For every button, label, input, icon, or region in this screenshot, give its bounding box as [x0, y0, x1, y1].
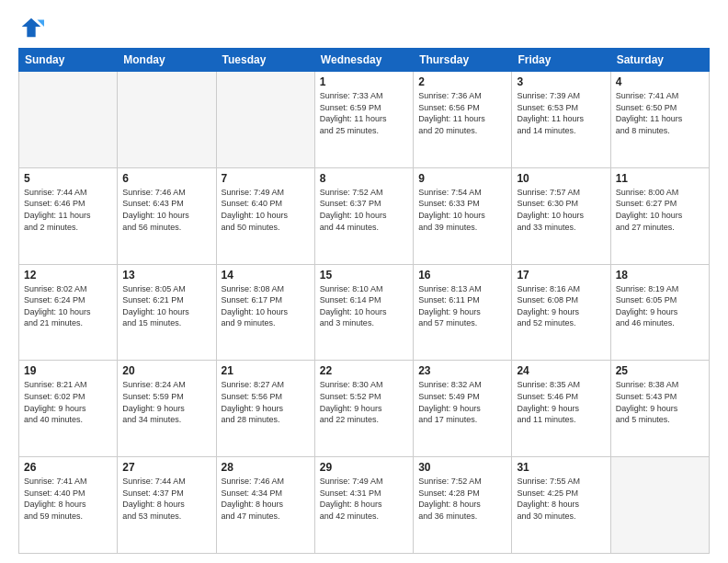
calendar-cell: 19Sunrise: 8:21 AM Sunset: 6:02 PM Dayli… [19, 361, 118, 457]
calendar-cell: 28Sunrise: 7:46 AM Sunset: 4:34 PM Dayli… [216, 457, 314, 554]
day-info: Sunrise: 8:19 AM Sunset: 6:05 PM Dayligh… [616, 283, 704, 329]
calendar-cell: 13Sunrise: 8:05 AM Sunset: 6:21 PM Dayli… [118, 264, 216, 361]
day-number: 21 [222, 364, 310, 377]
calendar-cell: 10Sunrise: 7:57 AM Sunset: 6:30 PM Dayli… [512, 167, 610, 264]
calendar-cell [610, 457, 709, 554]
day-info: Sunrise: 7:57 AM Sunset: 6:30 PM Dayligh… [517, 187, 605, 233]
header [18, 15, 710, 40]
calendar-cell: 31Sunrise: 7:55 AM Sunset: 4:25 PM Dayli… [512, 457, 610, 554]
calendar-cell: 11Sunrise: 8:00 AM Sunset: 6:27 PM Dayli… [610, 167, 709, 264]
day-info: Sunrise: 8:35 AM Sunset: 5:46 PM Dayligh… [517, 379, 605, 425]
calendar-cell [19, 72, 118, 168]
day-info: Sunrise: 8:27 AM Sunset: 5:56 PM Dayligh… [222, 379, 310, 425]
day-info: Sunrise: 8:00 AM Sunset: 6:27 PM Dayligh… [616, 187, 704, 233]
day-info: Sunrise: 8:24 AM Sunset: 5:59 PM Dayligh… [122, 379, 210, 425]
calendar-cell: 24Sunrise: 8:35 AM Sunset: 5:46 PM Dayli… [512, 361, 610, 457]
day-number: 13 [122, 269, 210, 282]
day-number: 7 [222, 172, 310, 185]
logo-area [18, 15, 46, 40]
calendar-cell: 5Sunrise: 7:44 AM Sunset: 6:46 PM Daylig… [19, 167, 118, 264]
calendar-cell: 16Sunrise: 8:13 AM Sunset: 6:11 PM Dayli… [414, 264, 512, 361]
calendar-cell: 3Sunrise: 7:39 AM Sunset: 6:53 PM Daylig… [512, 72, 610, 168]
calendar-week-2: 12Sunrise: 8:02 AM Sunset: 6:24 PM Dayli… [19, 264, 710, 361]
day-number: 8 [320, 172, 408, 185]
day-info: Sunrise: 7:36 AM Sunset: 6:56 PM Dayligh… [418, 90, 506, 136]
day-info: Sunrise: 8:13 AM Sunset: 6:11 PM Dayligh… [418, 283, 506, 329]
day-info: Sunrise: 7:41 AM Sunset: 4:40 PM Dayligh… [24, 476, 112, 522]
day-number: 18 [616, 269, 704, 282]
day-header-monday: Monday [118, 49, 216, 72]
day-number: 22 [320, 364, 408, 377]
calendar-cell: 8Sunrise: 7:52 AM Sunset: 6:37 PM Daylig… [314, 167, 413, 264]
day-info: Sunrise: 8:05 AM Sunset: 6:21 PM Dayligh… [122, 283, 210, 329]
day-info: Sunrise: 7:33 AM Sunset: 6:59 PM Dayligh… [320, 90, 408, 136]
day-info: Sunrise: 7:49 AM Sunset: 6:40 PM Dayligh… [222, 187, 310, 233]
day-header-thursday: Thursday [414, 49, 512, 72]
day-info: Sunrise: 7:49 AM Sunset: 4:31 PM Dayligh… [320, 476, 408, 522]
calendar-cell: 21Sunrise: 8:27 AM Sunset: 5:56 PM Dayli… [216, 361, 314, 457]
day-header-saturday: Saturday [610, 49, 709, 72]
day-info: Sunrise: 7:39 AM Sunset: 6:53 PM Dayligh… [517, 90, 605, 136]
calendar-week-3: 19Sunrise: 8:21 AM Sunset: 6:02 PM Dayli… [19, 361, 710, 457]
calendar-cell: 7Sunrise: 7:49 AM Sunset: 6:40 PM Daylig… [216, 167, 314, 264]
day-number: 6 [122, 172, 210, 185]
day-header-sunday: Sunday [19, 49, 118, 72]
calendar-cell [216, 72, 314, 168]
day-info: Sunrise: 7:52 AM Sunset: 6:37 PM Dayligh… [320, 187, 408, 233]
day-number: 24 [517, 364, 605, 377]
calendar-cell: 15Sunrise: 8:10 AM Sunset: 6:14 PM Dayli… [314, 264, 413, 361]
page: SundayMondayTuesdayWednesdayThursdayFrid… [0, 0, 728, 563]
day-number: 3 [517, 75, 605, 88]
day-number: 5 [24, 172, 112, 185]
day-number: 30 [418, 461, 506, 474]
calendar-cell: 6Sunrise: 7:46 AM Sunset: 6:43 PM Daylig… [118, 167, 216, 264]
calendar-cell: 17Sunrise: 8:16 AM Sunset: 6:08 PM Dayli… [512, 264, 610, 361]
day-info: Sunrise: 8:21 AM Sunset: 6:02 PM Dayligh… [24, 379, 112, 425]
calendar-cell: 27Sunrise: 7:44 AM Sunset: 4:37 PM Dayli… [118, 457, 216, 554]
day-info: Sunrise: 8:38 AM Sunset: 5:43 PM Dayligh… [616, 379, 704, 425]
day-info: Sunrise: 7:41 AM Sunset: 6:50 PM Dayligh… [616, 90, 704, 136]
day-number: 28 [222, 461, 310, 474]
calendar-cell: 29Sunrise: 7:49 AM Sunset: 4:31 PM Dayli… [314, 457, 413, 554]
day-number: 15 [320, 269, 408, 282]
day-info: Sunrise: 8:16 AM Sunset: 6:08 PM Dayligh… [517, 283, 605, 329]
day-info: Sunrise: 8:32 AM Sunset: 5:49 PM Dayligh… [418, 379, 506, 425]
calendar-table: SundayMondayTuesdayWednesdayThursdayFrid… [18, 48, 710, 554]
svg-marker-0 [22, 18, 41, 38]
day-number: 25 [616, 364, 704, 377]
day-number: 20 [122, 364, 210, 377]
day-info: Sunrise: 7:44 AM Sunset: 4:37 PM Dayligh… [122, 476, 210, 522]
day-info: Sunrise: 8:08 AM Sunset: 6:17 PM Dayligh… [222, 283, 310, 329]
day-number: 17 [517, 269, 605, 282]
day-number: 14 [222, 269, 310, 282]
day-number: 11 [616, 172, 704, 185]
calendar-week-4: 26Sunrise: 7:41 AM Sunset: 4:40 PM Dayli… [19, 457, 710, 554]
calendar-cell: 2Sunrise: 7:36 AM Sunset: 6:56 PM Daylig… [414, 72, 512, 168]
day-number: 19 [24, 364, 112, 377]
day-header-friday: Friday [512, 49, 610, 72]
calendar-cell: 22Sunrise: 8:30 AM Sunset: 5:52 PM Dayli… [314, 361, 413, 457]
day-number: 4 [616, 75, 704, 88]
logo-icon [18, 15, 44, 40]
day-info: Sunrise: 7:46 AM Sunset: 4:34 PM Dayligh… [222, 476, 310, 522]
day-number: 23 [418, 364, 506, 377]
day-number: 31 [517, 461, 605, 474]
calendar-week-0: 1Sunrise: 7:33 AM Sunset: 6:59 PM Daylig… [19, 72, 710, 168]
day-info: Sunrise: 8:02 AM Sunset: 6:24 PM Dayligh… [24, 283, 112, 329]
day-number: 1 [320, 75, 408, 88]
calendar-header-row: SundayMondayTuesdayWednesdayThursdayFrid… [19, 49, 710, 72]
day-header-wednesday: Wednesday [314, 49, 413, 72]
day-number: 10 [517, 172, 605, 185]
day-info: Sunrise: 8:10 AM Sunset: 6:14 PM Dayligh… [320, 283, 408, 329]
calendar-cell: 25Sunrise: 8:38 AM Sunset: 5:43 PM Dayli… [610, 361, 709, 457]
calendar-cell: 9Sunrise: 7:54 AM Sunset: 6:33 PM Daylig… [414, 167, 512, 264]
day-info: Sunrise: 7:46 AM Sunset: 6:43 PM Dayligh… [122, 187, 210, 233]
day-info: Sunrise: 8:30 AM Sunset: 5:52 PM Dayligh… [320, 379, 408, 425]
day-number: 29 [320, 461, 408, 474]
calendar-cell [118, 72, 216, 168]
day-number: 27 [122, 461, 210, 474]
calendar-cell: 23Sunrise: 8:32 AM Sunset: 5:49 PM Dayli… [414, 361, 512, 457]
calendar-cell: 18Sunrise: 8:19 AM Sunset: 6:05 PM Dayli… [610, 264, 709, 361]
calendar-cell: 14Sunrise: 8:08 AM Sunset: 6:17 PM Dayli… [216, 264, 314, 361]
day-number: 9 [418, 172, 506, 185]
